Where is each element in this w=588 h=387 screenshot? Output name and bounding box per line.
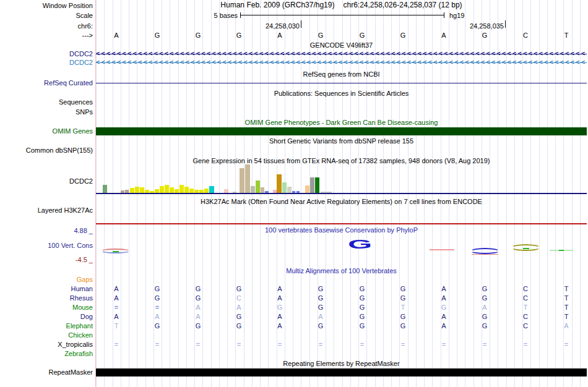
label-dcdc2-11[interactable]: DCDC2: [0, 177, 93, 185]
label-dcdc2-5[interactable]: DCDC2: [0, 58, 93, 67]
gtex-tissue-bar-5: [135, 187, 139, 193]
assembly-short-label: hg19: [449, 12, 464, 19]
aln-elephant-col8: G: [399, 321, 407, 330]
aln-elephant-col9: A: [439, 321, 448, 330]
phylop-glyph-letter-2: G: [348, 237, 416, 251]
title-gene-expression-in-54-tissues-from-gtex-: Gene Expression in 54 tissues from GTEx …: [96, 156, 587, 165]
aln-x-tropicalis-col12: =: [562, 340, 571, 349]
label-100-vert-cons-14[interactable]: 100 Vert. Cons: [0, 241, 93, 250]
phylop-lens-mid-dash: [113, 251, 119, 252]
genome-browser-image[interactable]: Human Feb. 2009 (GRCh37/hg19) chr6:24,25…: [0, 0, 588, 387]
label-x-tropicalis-23[interactable]: X_tropicalis: [0, 340, 93, 349]
aln-dog-col12: T: [562, 312, 571, 321]
ruler-base-1: A: [112, 31, 121, 40]
aln-rhesus-col11: C: [521, 294, 530, 302]
aln-human-col2: G: [153, 284, 162, 293]
aln-mouse-col5: G: [275, 303, 284, 312]
label-omim-genes-9[interactable]: OMIM Genes: [0, 127, 93, 135]
aln-dog-col4: G: [235, 312, 243, 321]
label-human-17[interactable]: Human: [0, 284, 93, 293]
aln-human-col7: G: [358, 284, 366, 293]
gtex-tissue-bar-31: [282, 182, 287, 193]
label-repeatmasker-25[interactable]: RepeatMasker: [0, 368, 93, 376]
gtex-tissue-bar-34: [296, 191, 300, 193]
label-chicken-22[interactable]: Chicken: [0, 331, 93, 339]
aln-human-col4: G: [235, 284, 243, 293]
aln-elephant-col10: G: [480, 321, 489, 330]
label-zebrafish-24[interactable]: Zebrafish: [0, 349, 93, 358]
aln-human-col1: A: [112, 284, 121, 293]
gtex-tissue-bar-35: [305, 185, 309, 193]
aln-dog-col7: G: [358, 312, 366, 321]
coordinate-tick-1: [301, 20, 301, 28]
ruler-base-5: A: [275, 31, 284, 40]
title-omim-gene-phenotypes-dark-green-can-be-d: OMIM Gene Phenotypes - Dark Green Can Be…: [96, 118, 587, 127]
phylop-lens-underline: [472, 254, 498, 255]
label-dcdc2-4[interactable]: DCDC2: [0, 49, 93, 58]
title-short-genetic-variants-from-dbsnp-releas: Short Genetic Variants from dbSNP releas…: [96, 137, 587, 145]
omim-genes-bar[interactable]: [96, 127, 587, 135]
label-4-88-13: 4.88 _: [0, 226, 93, 235]
label-mouse-19[interactable]: Mouse: [0, 303, 93, 312]
aln-elephant-col11: C: [521, 321, 530, 330]
ruler-base-8: G: [399, 31, 407, 40]
phylop-line-mid-dash: [559, 250, 564, 251]
aln-dog-col9: A: [439, 312, 448, 321]
aln-mouse-col8: T: [399, 303, 407, 312]
gtex-tissue-bar-16: [189, 189, 194, 193]
aln-dog-col6: A: [316, 312, 325, 321]
aln-human-col5: A: [275, 284, 284, 293]
label-snps-8[interactable]: SNPs: [0, 108, 93, 116]
gtex-tissue-bar-12: [170, 187, 174, 193]
title-multiz-alignments-of-100-vertebrates: Multiz Alignments of 100 Vertebrates: [96, 266, 587, 275]
label-layered-h3k27ac-12[interactable]: Layered H3K27Ac: [0, 206, 93, 215]
refseq-curated-line[interactable]: [96, 83, 587, 83]
label-elephant-21[interactable]: Elephant: [0, 321, 93, 330]
label-dog-20[interactable]: Dog: [0, 312, 93, 321]
aln-mouse-col6: G: [316, 303, 325, 312]
gtex-tissue-bar-2: [121, 190, 124, 193]
phylop-glyph-lens-1: [101, 249, 130, 253]
aln-dog-col10: G: [480, 312, 489, 321]
ruler-base-9: A: [439, 31, 448, 40]
gencode-exon-arrows-dcdc2-transcript-1[interactable]: <<<<<<<<<<<<<<<<<<<<<<<<<<<<<<<<<<<<<<<<…: [96, 50, 587, 57]
label-chr6-2: chr6:: [0, 22, 93, 30]
aln-dog-col5: A: [275, 312, 284, 321]
phylop-lens-outline: [470, 248, 499, 254]
h3k27ac-signal-line[interactable]: [96, 223, 587, 224]
aln-dog-col2: A: [153, 312, 162, 321]
gtex-tissue-bar-24: [245, 164, 250, 193]
gtex-tissue-bar-26: [256, 181, 260, 193]
coordinate-tick-2: [505, 20, 506, 28]
aln-rhesus-col6: G: [316, 294, 325, 302]
gtex-tissue-bar-38: [321, 192, 332, 193]
aln-x-tropicalis-col8: =: [399, 340, 407, 349]
aln-dog-col11: C: [521, 312, 530, 321]
gtex-tissue-bar-8: [150, 191, 154, 193]
aln-elephant-col3: G: [194, 321, 202, 330]
gtex-tissue-bar-25: [251, 186, 255, 193]
label-scale-1: Scale: [0, 11, 93, 20]
title-publications-sequences-in-scientific-art: Publications: Sequences in Scientific Ar…: [96, 89, 587, 98]
aln-mouse-col4: A: [235, 303, 243, 312]
label-rhesus-18[interactable]: Rhesus: [0, 294, 93, 302]
ruler-base-2: G: [153, 31, 162, 40]
phylop-glyph-lens-5: [511, 244, 540, 251]
gtex-baseline: [96, 193, 587, 194]
gtex-tissue-bar-19: [204, 189, 209, 193]
phylop-glyph-line-6: [550, 250, 573, 251]
gtex-tissue-bar-4: [130, 188, 134, 193]
aln-human-col8: G: [399, 284, 407, 293]
label-gaps-16[interactable]: Gaps: [0, 275, 93, 284]
aln-elephant-col6: G: [316, 321, 325, 330]
gtex-tissue-bar-6: [140, 187, 144, 193]
aln-mouse-col3: A: [194, 303, 202, 312]
title-h3k27ac-mark-often-found-near-active-reg: H3K27Ac Mark (Often Found Near Active Re…: [96, 197, 587, 206]
label-refseq-curated-6[interactable]: RefSeq Curated: [0, 79, 93, 87]
label-sequences-7[interactable]: Sequences: [0, 98, 93, 106]
aln-rhesus-col9: A: [439, 294, 448, 302]
gencode-exon-arrows-dcdc2-transcript-2[interactable]: <<<<<<<<<<<<<<<<<<<<<<<<<<<<<<<<<<<<<<<<…: [96, 59, 587, 66]
title-repeating-elements-by-repeatmasker: Repeating Elements by RepeatMasker: [96, 359, 587, 368]
repeatmasker-bar[interactable]: [96, 368, 587, 376]
label-common-dbsnp-155-10[interactable]: Common dbSNP(155): [0, 146, 93, 155]
